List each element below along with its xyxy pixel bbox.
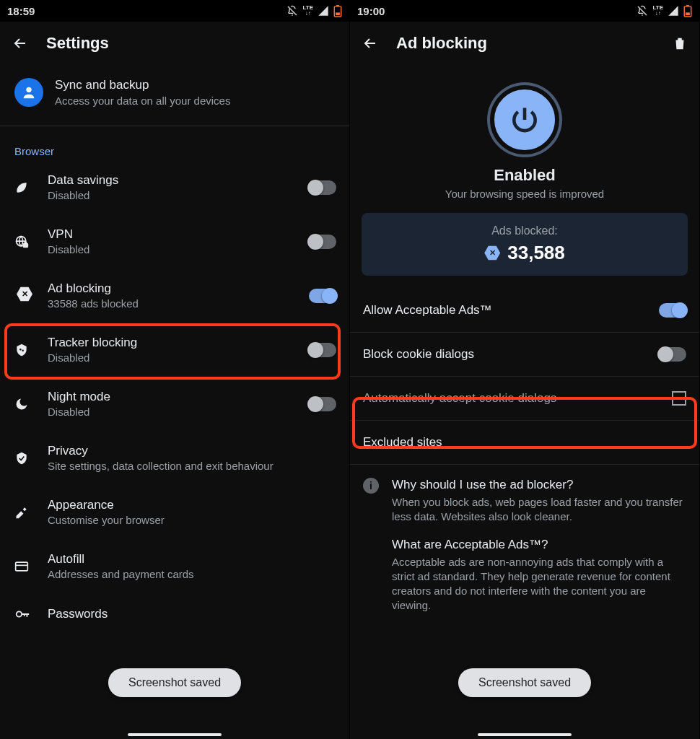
sync-title: Sync and backup bbox=[55, 78, 335, 92]
trash-icon[interactable] bbox=[672, 35, 688, 51]
row-subtitle: Addresses and payment cards bbox=[48, 568, 336, 580]
stats-card: Ads blocked: 33,588 bbox=[362, 213, 688, 276]
toggle-ad-blocking[interactable] bbox=[309, 289, 336, 303]
status-bar: 18:59 LTE↓↑ bbox=[0, 0, 349, 22]
row-privacy[interactable]: Privacy Site settings, data collection a… bbox=[0, 431, 349, 485]
lte-icon: LTE↓↑ bbox=[302, 5, 313, 17]
row-subtitle: Disabled bbox=[48, 406, 296, 418]
info-icon: i bbox=[363, 478, 379, 494]
back-icon[interactable] bbox=[12, 35, 29, 52]
row-title: Ad blocking bbox=[48, 281, 296, 296]
faq-why: i Why should I use the ad blocker? When … bbox=[350, 465, 699, 530]
row-title: Passwords bbox=[48, 607, 336, 621]
row-title: Night mode bbox=[48, 390, 296, 404]
nav-handle[interactable] bbox=[128, 733, 222, 736]
row-appearance[interactable]: Appearance Customise your browser bbox=[0, 485, 349, 539]
notification-off-icon bbox=[286, 5, 298, 17]
enabled-sub: Your browsing speed is improved bbox=[350, 188, 699, 200]
notification-off-icon bbox=[636, 5, 648, 17]
svg-rect-1 bbox=[336, 5, 339, 6]
signal-icon bbox=[318, 5, 329, 17]
row-tracker-blocking[interactable]: Tracker blocking Disabled bbox=[0, 323, 349, 377]
row-subtitle: 33588 ads blocked bbox=[48, 297, 296, 310]
svg-rect-2 bbox=[336, 12, 340, 15]
app-bar: Settings bbox=[0, 22, 349, 65]
brush-icon bbox=[14, 505, 35, 520]
row-vpn[interactable]: VPN Disabled bbox=[0, 214, 349, 268]
row-title: VPN bbox=[48, 227, 296, 242]
row-subtitle: Customise your browser bbox=[48, 514, 336, 526]
key-icon bbox=[14, 606, 35, 622]
svg-point-9 bbox=[17, 611, 22, 616]
row-subtitle: Disabled bbox=[48, 243, 296, 255]
row-night-mode[interactable]: Night mode Disabled bbox=[0, 377, 349, 431]
svg-point-6 bbox=[19, 348, 21, 350]
avatar-icon bbox=[14, 78, 43, 107]
status-bar: 19:00 LTE↓↑ bbox=[350, 0, 699, 22]
back-icon[interactable] bbox=[362, 35, 379, 52]
faq-question: What are Acceptable Ads™? bbox=[392, 538, 686, 552]
sync-subtitle: Access your data on all your devices bbox=[55, 95, 335, 107]
section-browser: Browser bbox=[0, 132, 349, 160]
row-autofill[interactable]: Autofill Addresses and payment cards bbox=[0, 539, 349, 593]
row-label: Allow Acceptable Ads™ bbox=[363, 303, 647, 318]
moon-icon bbox=[14, 397, 35, 411]
row-data-savings[interactable]: Data savings Disabled bbox=[0, 160, 349, 214]
row-title: Tracker blocking bbox=[48, 336, 296, 350]
row-subtitle: Disabled bbox=[48, 351, 296, 364]
faq-acceptable: What are Acceptable Ads™? Acceptable ads… bbox=[350, 530, 699, 619]
hex-icon bbox=[484, 245, 500, 261]
row-label: Automatically accept cookie dialogs bbox=[363, 391, 660, 406]
svg-rect-5 bbox=[24, 243, 28, 247]
status-time: 18:59 bbox=[7, 5, 286, 17]
adblock-screen: 19:00 LTE↓↑ Ad blocking Enabled bbox=[350, 0, 700, 739]
svg-point-7 bbox=[22, 349, 24, 351]
page-title: Settings bbox=[46, 34, 338, 53]
shield-check-icon bbox=[14, 451, 35, 465]
row-subtitle: Disabled bbox=[48, 189, 296, 201]
svg-rect-12 bbox=[686, 12, 690, 15]
toggle-night[interactable] bbox=[309, 397, 336, 411]
app-bar: Ad blocking bbox=[350, 22, 699, 65]
row-auto-accept-cookie[interactable]: Automatically accept cookie dialogs bbox=[350, 377, 699, 421]
status-time: 19:00 bbox=[357, 5, 636, 17]
row-label: Excluded sites bbox=[363, 435, 686, 450]
card-icon bbox=[14, 559, 35, 574]
stats-value: 33,588 bbox=[507, 242, 565, 264]
row-title: Appearance bbox=[48, 498, 336, 512]
toggle-tracker[interactable] bbox=[309, 343, 336, 357]
signal-icon bbox=[668, 5, 679, 17]
toggle-acceptable-ads[interactable] bbox=[659, 303, 686, 318]
row-title: Privacy bbox=[48, 444, 336, 458]
toast: Screenshot saved bbox=[458, 668, 591, 697]
row-title: Autofill bbox=[48, 552, 336, 567]
row-title: Data savings bbox=[48, 173, 296, 188]
toast: Screenshot saved bbox=[108, 668, 241, 697]
enabled-label: Enabled bbox=[350, 166, 699, 185]
row-acceptable-ads[interactable]: Allow Acceptable Ads™ bbox=[350, 289, 699, 333]
leaf-icon bbox=[14, 180, 35, 195]
footprints-icon bbox=[14, 343, 35, 357]
svg-rect-8 bbox=[16, 562, 28, 571]
row-passwords[interactable]: Passwords bbox=[0, 593, 349, 644]
settings-screen: 18:59 LTE↓↑ Settings Sync and backup bbox=[0, 0, 350, 739]
row-block-cookie-dialogs[interactable]: Block cookie dialogs bbox=[350, 333, 699, 377]
row-subtitle: Site settings, data collection and exit … bbox=[48, 460, 336, 472]
battery-icon bbox=[333, 5, 342, 17]
globe-lock-icon bbox=[14, 235, 35, 249]
svg-rect-11 bbox=[686, 5, 689, 6]
row-excluded-sites[interactable]: Excluded sites bbox=[350, 421, 699, 465]
toggle-block-cookie[interactable] bbox=[659, 347, 686, 362]
lte-icon: LTE↓↑ bbox=[652, 5, 663, 17]
faq-question: Why should I use the ad blocker? bbox=[392, 478, 686, 492]
power-button[interactable] bbox=[490, 85, 559, 154]
toggle-data-savings[interactable] bbox=[309, 180, 336, 195]
nav-handle[interactable] bbox=[478, 733, 572, 736]
checkbox-auto-cookie[interactable] bbox=[672, 391, 686, 406]
row-ad-blocking[interactable]: .row .hex::after{color:#0e0e0e} Ad block… bbox=[0, 268, 349, 323]
faq-answer: Acceptable ads are non-annoying ads that… bbox=[392, 555, 686, 613]
sync-row[interactable]: Sync and backup Access your data on all … bbox=[0, 65, 349, 120]
stats-label: Ads blocked: bbox=[369, 224, 681, 237]
faq-answer: When you block ads, web pages load faste… bbox=[392, 495, 686, 525]
toggle-vpn[interactable] bbox=[309, 235, 336, 249]
